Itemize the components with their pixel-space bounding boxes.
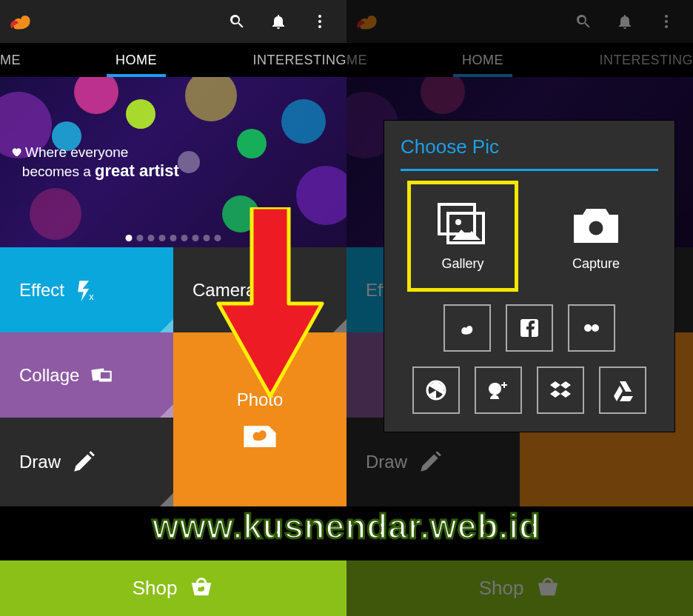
source-label: Gallery xyxy=(441,256,483,272)
svg-point-1 xyxy=(318,20,321,23)
svg-point-14 xyxy=(455,219,461,225)
source-drive[interactable] xyxy=(599,366,646,414)
svg-point-19 xyxy=(592,324,599,332)
source-picasa[interactable] xyxy=(412,366,460,414)
picsart-icon xyxy=(455,316,479,340)
app-logo-icon xyxy=(6,7,36,36)
fx-icon: x xyxy=(75,278,100,303)
gallery-icon xyxy=(436,201,489,249)
choose-pic-dialog: Choose Pic Gallery Capture xyxy=(384,120,675,432)
source-google[interactable] xyxy=(475,366,522,414)
heart-icon xyxy=(10,144,22,162)
picasa-icon xyxy=(424,378,448,402)
collage-icon xyxy=(90,363,115,388)
source-facebook[interactable] xyxy=(506,304,553,352)
drive-icon xyxy=(611,378,635,402)
banner-pager[interactable] xyxy=(126,235,221,241)
tile-draw[interactable]: Draw xyxy=(0,418,173,506)
shop-bar[interactable]: Shop xyxy=(0,560,346,616)
bell-icon[interactable] xyxy=(258,1,299,42)
tile-label: Draw xyxy=(19,452,61,472)
tile-effect[interactable]: Effect x xyxy=(0,247,173,332)
search-icon[interactable] xyxy=(216,1,258,42)
google-icon xyxy=(486,378,510,402)
flickr-icon xyxy=(580,316,603,340)
tile-label: Effect xyxy=(19,280,64,301)
overflow-menu-icon[interactable] xyxy=(299,1,341,42)
source-gallery[interactable]: Gallery xyxy=(411,184,515,288)
tab-me[interactable]: ME xyxy=(0,43,44,77)
svg-point-0 xyxy=(318,15,321,18)
tab-home[interactable]: HOME xyxy=(44,43,228,77)
svg-rect-22 xyxy=(503,382,505,388)
pencil-icon xyxy=(71,449,96,475)
basket-icon xyxy=(189,575,214,602)
tile-label: Collage xyxy=(19,365,79,386)
annotation-arrow xyxy=(215,207,326,400)
svg-rect-8 xyxy=(101,372,110,378)
source-capture[interactable]: Capture xyxy=(544,184,648,288)
camera-icon xyxy=(569,201,623,249)
facebook-icon xyxy=(518,316,541,340)
watermark-text: www.kusnendar.web.id xyxy=(0,506,693,546)
dropbox-icon xyxy=(549,378,572,402)
source-picsart[interactable] xyxy=(443,304,491,352)
tabbar: ME HOME INTERESTING xyxy=(0,43,346,77)
svg-text:x: x xyxy=(89,290,94,301)
source-dropbox[interactable] xyxy=(537,366,584,414)
source-flickr[interactable] xyxy=(568,304,615,352)
photo-icon xyxy=(242,421,278,450)
banner-caption: Where everyone becomes a great artist xyxy=(10,144,179,181)
dialog-title: Choose Pic xyxy=(401,135,658,158)
tile-collage[interactable]: Collage xyxy=(0,332,173,418)
tab-interesting[interactable]: INTERESTING xyxy=(228,43,346,77)
svg-point-2 xyxy=(318,25,321,28)
shop-label: Shop xyxy=(133,577,178,600)
actionbar xyxy=(0,0,346,43)
svg-point-18 xyxy=(584,324,592,332)
svg-rect-12 xyxy=(439,204,475,234)
source-label: Capture xyxy=(572,256,620,272)
